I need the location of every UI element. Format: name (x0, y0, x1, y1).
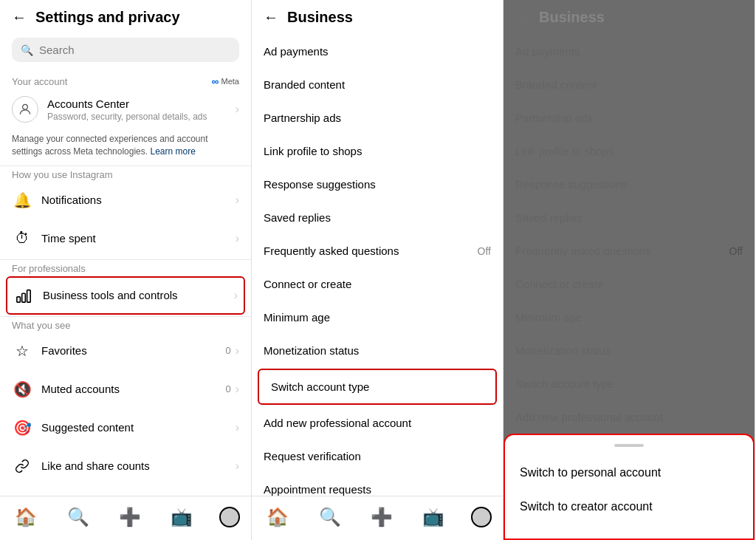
chevron-icon: › (236, 194, 239, 207)
suggested-content-label: Suggested content (41, 421, 134, 434)
profile-avatar[interactable] (219, 507, 240, 527)
business-panel-dimmed: ← Business Ad payments Branded content P… (504, 0, 755, 540)
star-icon: ☆ (12, 341, 32, 361)
switch-account-highlighted: Switch account type (258, 369, 497, 405)
business-tools-highlighted: Business tools and controls › (6, 276, 245, 315)
switch-account-bottom-sheet: Switch to personal account Switch to cre… (504, 434, 755, 540)
chevron-icon: › (236, 459, 239, 473)
accounts-center-icon (12, 96, 38, 123)
chevron-icon: › (234, 289, 238, 302)
search-nav-icon[interactable]: 🔍 (315, 502, 345, 532)
sheet-handle (614, 444, 644, 447)
accounts-center-title: Accounts Center (47, 98, 236, 110)
reels-nav-icon[interactable]: 📺 (419, 502, 448, 532)
chevron-icon: › (236, 344, 239, 358)
your-account-label: Your account (12, 76, 67, 87)
favorites-label: Favorites (41, 344, 87, 357)
profile-avatar[interactable] (471, 507, 492, 527)
back-arrow-icon[interactable]: ← (12, 9, 27, 26)
time-spent-item[interactable]: ⏱ Time spent › (0, 219, 251, 258)
search-nav-icon[interactable]: 🔍 (63, 502, 93, 532)
response-suggestions-item[interactable]: Response suggestions (252, 168, 503, 201)
settings-panel: ← Settings and privacy 🔍 Your account ∞ … (0, 0, 252, 540)
suggested-content-item[interactable]: 🎯 Suggested content › (0, 409, 251, 447)
ad-payments-item[interactable]: Ad payments (252, 35, 503, 68)
bottom-nav-2: 🏠 🔍 ➕ 📺 (252, 496, 503, 540)
search-input[interactable] (39, 44, 230, 56)
saved-replies-item[interactable]: Saved replies (252, 201, 503, 234)
switch-to-creator-item[interactable]: Switch to creator account (505, 490, 753, 524)
create-nav-icon[interactable]: ➕ (367, 502, 396, 532)
back-arrow-icon[interactable]: ← (264, 9, 278, 26)
like-share-label: Like and share counts (41, 459, 150, 472)
connect-create-item[interactable]: Connect or create (252, 267, 503, 301)
request-verification-item[interactable]: Request verification (252, 440, 503, 473)
favorites-badge: 0 (225, 345, 230, 356)
switch-account-item[interactable]: Switch account type (259, 370, 495, 403)
home-nav-icon[interactable]: 🏠 (263, 502, 292, 532)
chart-icon (13, 285, 34, 306)
notifications-item[interactable]: 🔔 Notifications › (0, 181, 251, 219)
business-title: Business (287, 9, 353, 26)
like-share-item[interactable]: Like and share counts › (0, 447, 251, 485)
svg-rect-1 (17, 296, 21, 301)
chevron-icon: › (236, 383, 239, 396)
muted-accounts-label: Muted accounts (41, 383, 120, 395)
minimum-age-item[interactable]: Minimum age (252, 301, 503, 334)
svg-rect-2 (22, 293, 26, 302)
branded-content-item[interactable]: Branded content (252, 68, 503, 101)
search-bar[interactable]: 🔍 (12, 38, 239, 62)
home-nav-icon[interactable]: 🏠 (11, 502, 41, 532)
favorites-item[interactable]: ☆ Favorites 0 › (0, 332, 251, 370)
partnership-ads-item[interactable]: Partnership ads (252, 101, 503, 134)
muted-badge: 0 (225, 383, 230, 394)
business-panel: ← Business Ad payments Branded content P… (252, 0, 504, 540)
learn-more-link[interactable]: Learn more (150, 146, 195, 157)
link-icon (12, 456, 32, 476)
mute-icon: 🔇 (12, 379, 32, 400)
business-header: ← Business (252, 0, 503, 35)
notifications-label: Notifications (41, 194, 102, 206)
switch-to-personal-item[interactable]: Switch to personal account (505, 456, 753, 490)
create-nav-icon[interactable]: ➕ (115, 502, 145, 532)
settings-title: Settings and privacy (35, 9, 180, 26)
accounts-center-content: Accounts Center Password, security, pers… (47, 98, 236, 122)
accounts-center-subtitle: Password, security, personal details, ad… (47, 112, 236, 122)
business-tools-item[interactable]: Business tools and controls › (7, 278, 244, 313)
target-icon: 🎯 (12, 417, 32, 438)
svg-point-0 (23, 104, 28, 109)
for-professionals-label: For professionals (0, 256, 97, 278)
meta-logo: ∞ Meta (212, 75, 239, 87)
bell-icon: 🔔 (12, 190, 32, 211)
add-professional-item[interactable]: Add new professional account (252, 406, 503, 440)
chevron-icon: › (236, 103, 239, 116)
bottom-nav-1: 🏠 🔍 ➕ 📺 (0, 496, 251, 540)
reels-nav-icon[interactable]: 📺 (167, 502, 196, 532)
manage-text: Manage your connected experiences and ac… (0, 130, 251, 164)
svg-rect-3 (27, 290, 31, 302)
faq-item[interactable]: Frequently asked questions Off (252, 234, 503, 267)
chevron-icon: › (236, 232, 239, 245)
faq-off-label: Off (478, 245, 491, 257)
chevron-icon: › (236, 421, 239, 434)
muted-accounts-item[interactable]: 🔇 Muted accounts 0 › (0, 370, 251, 409)
accounts-center-item[interactable]: Accounts Center Password, security, pers… (0, 89, 251, 130)
business-scroll: Ad payments Branded content Partnership … (252, 35, 503, 540)
settings-scroll: Your account ∞ Meta Accounts Center Pass… (0, 71, 251, 540)
settings-header: ← Settings and privacy (0, 0, 251, 35)
clock-icon: ⏱ (12, 228, 32, 249)
search-icon: 🔍 (21, 44, 33, 56)
time-spent-label: Time spent (41, 232, 96, 245)
monetization-item[interactable]: Monetization status (252, 334, 503, 367)
business-tools-label: Business tools and controls (43, 289, 178, 301)
link-profile-item[interactable]: Link profile to shops (252, 134, 503, 168)
